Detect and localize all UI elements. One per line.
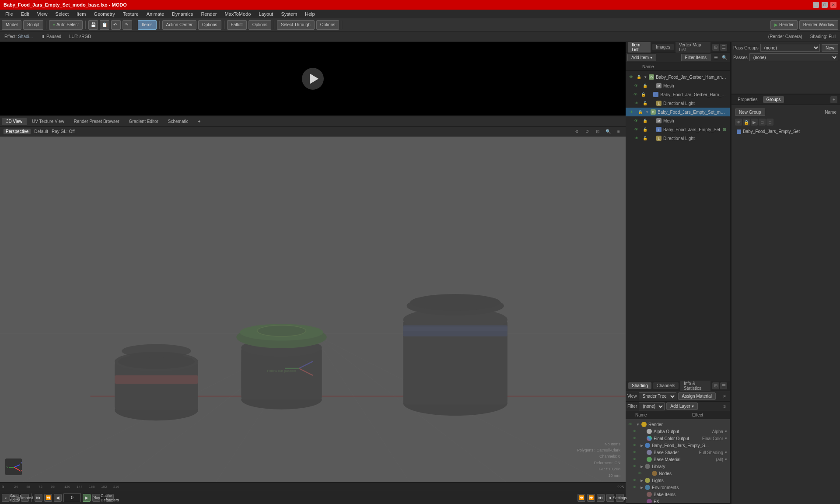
sh-final-color-item[interactable]: 👁 Final Color Output Final Color ▾: [626, 435, 730, 442]
tab-uv-texture[interactable]: UV Texture View: [28, 118, 69, 125]
cache-deformers-button[interactable]: Cache Deformers: [106, 494, 114, 502]
tree-item-group1[interactable]: 👁 🔒 ▼ G Baby_Food_Jar_Gerber_Ham_and_Gra…: [626, 73, 730, 81]
menu-dynamics[interactable]: Dynamics: [168, 10, 196, 18]
play-back-button[interactable]: ◀: [54, 494, 62, 502]
menu-view[interactable]: View: [34, 10, 51, 18]
il-filter-icon[interactable]: ☰: [720, 44, 727, 51]
sh-shader-dropdown[interactable]: ▾: [725, 450, 727, 455]
vp-zoom-icon[interactable]: 🔍: [605, 128, 612, 135]
sh-scene-item[interactable]: 👁 ▶ Baby_Food_Jars_Empty_S...: [626, 442, 730, 449]
sh-vis-nodes[interactable]: 👁: [638, 471, 644, 476]
sh-vis-alpha[interactable]: 👁: [633, 429, 639, 434]
tab-groups[interactable]: Groups: [763, 96, 784, 103]
play-forward-button[interactable]: ▶: [83, 494, 91, 502]
save-inc-icon-btn[interactable]: 📋: [100, 20, 109, 30]
tab-schematic[interactable]: Schematic: [164, 118, 193, 125]
grp-render-icon[interactable]: ▶: [751, 119, 758, 126]
new-button[interactable]: New: [822, 44, 838, 52]
sh-vis-scene[interactable]: 👁: [633, 443, 639, 448]
options3-button[interactable]: Options: [316, 20, 339, 30]
lock-icon-2[interactable]: 🔒: [637, 108, 644, 116]
options1-button[interactable]: Options: [198, 20, 221, 30]
tab-render-preset[interactable]: Render Preset Browser: [70, 118, 124, 125]
vp-settings-icon[interactable]: ⚙: [573, 128, 580, 135]
raygl-label[interactable]: Ray GL: Off: [52, 129, 75, 134]
sh-base-material-item[interactable]: 👁 Base Material (all) ▾: [626, 456, 730, 463]
sh-vis-icon[interactable]: 👁: [628, 422, 634, 427]
il-search-icon[interactable]: 🔍: [721, 54, 728, 61]
sh-vis-final[interactable]: 👁: [633, 436, 639, 441]
options2-button[interactable]: Options: [248, 20, 271, 30]
lock-icon-1[interactable]: 🔒: [636, 74, 642, 80]
play-btn-label[interactable]: Play: [92, 494, 100, 502]
shader-tree-select[interactable]: Shader Tree: [639, 392, 676, 400]
vis-icon-1c[interactable]: 👁: [633, 100, 640, 107]
sh-environments-item[interactable]: 👁 ▶ Environments: [626, 484, 730, 491]
current-frame-input[interactable]: 0: [63, 494, 81, 502]
tree-item-item2b[interactable]: 👁 🔒 I Baby_Food_Jars_Empty_Set ⊞: [626, 125, 730, 134]
expand-icon-1[interactable]: ▼: [644, 75, 647, 79]
menu-select[interactable]: Select: [52, 10, 72, 18]
tab-images[interactable]: Images: [652, 44, 674, 50]
add-layer-button[interactable]: Add Layer ▾: [666, 402, 698, 410]
tree-item-group2[interactable]: 👁 🔒 ▼ G Baby_Food_Jars_Empty_Set_mod...: [626, 108, 730, 116]
grp-lock-icon[interactable]: 🔒: [743, 119, 750, 126]
go-start-button[interactable]: ⏮: [35, 494, 42, 502]
sh-vis-material[interactable]: 👁: [633, 457, 639, 462]
tree-item-item1b[interactable]: 👁 🔒 I Baby_Food_Jar_Gerber_Ham_and_Gr...: [626, 90, 730, 99]
sh-f-icon[interactable]: F: [721, 393, 728, 400]
vis-icon-1a[interactable]: 👁: [633, 82, 640, 89]
tree-item-mesh2[interactable]: 👁 🔒 M Mesh: [626, 116, 730, 125]
grp-col2-icon[interactable]: □: [766, 119, 774, 126]
vp-fit-icon[interactable]: ⊡: [594, 128, 601, 135]
tl-icon1[interactable]: ⏪: [578, 494, 585, 502]
tab-gradient-editor[interactable]: Gradient Editor: [125, 118, 163, 125]
shading-label[interactable]: Default: [34, 129, 48, 134]
minimize-button[interactable]: ─: [813, 2, 819, 8]
sh-fx-item[interactable]: FX: [626, 498, 730, 503]
new-group-button[interactable]: New Group: [735, 108, 765, 116]
sh-vis-lib[interactable]: 👁: [633, 464, 639, 469]
expand-icon-2[interactable]: ▼: [645, 110, 649, 114]
sh-nodes-item[interactable]: 👁 Nodes: [626, 470, 730, 477]
sh-alpha-dropdown[interactable]: ▾: [725, 429, 727, 434]
audio-button[interactable]: ♪: [2, 494, 10, 502]
vp-options-icon[interactable]: ≡: [615, 128, 622, 135]
vis-icon-2[interactable]: 👁: [628, 108, 635, 116]
vis-icon-2b[interactable]: 👁: [633, 126, 640, 133]
sh-final-dropdown[interactable]: ▾: [725, 436, 727, 441]
props-expand-icon[interactable]: +: [830, 96, 837, 103]
falloff-button[interactable]: Falloff: [227, 20, 247, 30]
tab-item-list[interactable]: Item List: [628, 42, 651, 53]
lock-icon-1c[interactable]: 🔒: [641, 100, 648, 107]
passes-select[interactable]: (none): [749, 53, 838, 61]
sh-alpha-item[interactable]: 👁 Alpha Output Alpha ▾: [626, 428, 730, 435]
grp-col1-icon[interactable]: □: [759, 119, 766, 126]
render-button[interactable]: ▶ Render: [770, 20, 798, 30]
tree-item-light1[interactable]: 👁 🔒 L Directional Light: [626, 99, 730, 108]
animated-select[interactable]: Animated: [21, 494, 29, 502]
menu-file[interactable]: File: [2, 10, 17, 18]
menu-help[interactable]: Help: [301, 10, 318, 18]
vis-icon-1[interactable]: 👁: [628, 74, 634, 80]
sh-library-expand[interactable]: ▶: [640, 465, 643, 469]
save-icon-btn[interactable]: 💾: [88, 20, 98, 30]
menu-edit[interactable]: Edit: [18, 10, 33, 18]
tab-vertex-map-list[interactable]: Vertex Map List: [676, 42, 710, 53]
sh-library-item[interactable]: 👁 ▶ Library: [626, 463, 730, 470]
menu-animate[interactable]: Animate: [143, 10, 168, 18]
menu-layout[interactable]: Layout: [255, 10, 276, 18]
vis-icon-1b[interactable]: 👁: [633, 91, 639, 98]
tl-icon2[interactable]: ⏩: [587, 494, 595, 502]
maximize-button[interactable]: □: [822, 2, 828, 8]
auto-select-button[interactable]: ● Auto Select: [49, 20, 83, 30]
tree-item-mesh1[interactable]: 👁 🔒 M Mesh: [626, 81, 730, 90]
il-expand-icon[interactable]: ⊞: [712, 44, 719, 51]
tree-item-light2[interactable]: 👁 🔒 L Directional Light: [626, 134, 730, 143]
undo-icon-btn[interactable]: ↶: [111, 20, 121, 30]
lock-icon-2a[interactable]: 🔒: [641, 117, 648, 124]
select-through-button[interactable]: Select Through: [277, 20, 315, 30]
tab-3d-view[interactable]: 3D View: [2, 118, 27, 125]
lock-icon-2c[interactable]: 🔒: [641, 135, 648, 142]
viewport-canvas[interactable]: Follow our passion: [0, 136, 626, 482]
